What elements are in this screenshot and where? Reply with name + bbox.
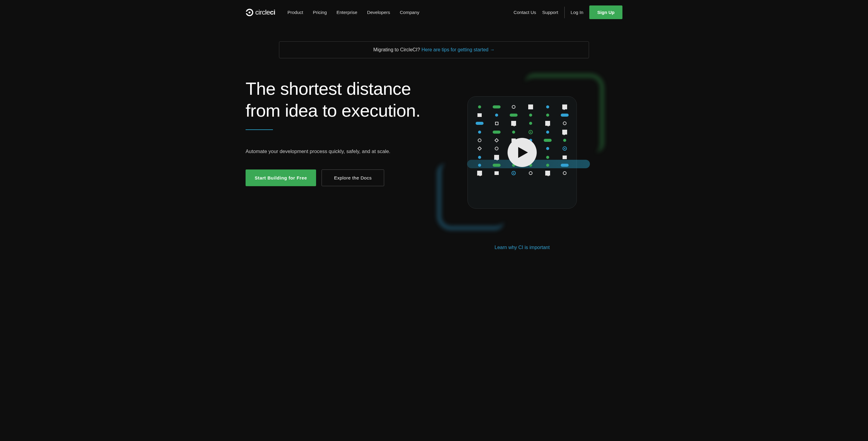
nav-developers[interactable]: Developers <box>367 10 390 15</box>
nav-enterprise[interactable]: Enterprise <box>336 10 357 15</box>
glyph-icon <box>546 105 549 108</box>
glyph-icon <box>478 131 481 134</box>
banner-link[interactable]: Here are tips for getting started <box>422 47 495 52</box>
migration-banner: Migrating to CircleCI? Here are tips for… <box>279 41 589 58</box>
glyph-icon: } <box>562 130 567 135</box>
svg-point-1 <box>249 11 250 13</box>
video-tile[interactable]: != } { { <box>467 96 577 209</box>
glyph-icon <box>493 131 501 134</box>
glyph-icon <box>478 156 481 159</box>
glyph-icon <box>478 164 481 167</box>
glyph-icon <box>495 113 498 116</box>
hero-underline <box>246 129 273 130</box>
explore-docs-button[interactable]: Explore the Docs <box>321 169 384 186</box>
signup-button[interactable]: Sign Up <box>589 5 622 19</box>
glyph-icon <box>512 171 516 175</box>
glyph-icon <box>529 122 532 125</box>
glyph-icon <box>563 139 566 142</box>
glyph-icon <box>510 113 518 116</box>
glyph-icon <box>546 113 549 116</box>
glyph-icon <box>512 105 516 109</box>
logo[interactable]: circleci <box>246 8 275 16</box>
glyph-icon <box>563 146 567 150</box>
glyph-icon <box>478 138 482 142</box>
nav-primary: Product Pricing Enterprise Developers Co… <box>287 10 420 15</box>
glyph-icon <box>478 105 481 108</box>
glyph-icon <box>529 171 532 175</box>
nav-company[interactable]: Company <box>400 10 420 15</box>
start-building-button[interactable]: Start Building for Free <box>246 169 316 186</box>
svg-rect-2 <box>246 11 247 13</box>
glyph-icon: { <box>545 171 550 175</box>
glyph-icon: } <box>562 104 567 109</box>
glyph-icon <box>563 156 567 159</box>
play-icon <box>518 147 528 158</box>
nav-pricing[interactable]: Pricing <box>313 10 327 15</box>
glyph-icon <box>476 122 484 125</box>
glyph-icon: { <box>477 171 482 175</box>
glyph-icon <box>495 147 498 150</box>
glyph-icon <box>546 131 549 134</box>
hero-title: The shortest distance from idea to execu… <box>246 78 434 122</box>
svg-marker-3 <box>518 147 528 158</box>
glyph-icon <box>529 113 532 116</box>
glyph-icon <box>544 139 552 142</box>
learn-why-link[interactable]: Learn why CI is important <box>494 245 550 250</box>
play-button[interactable] <box>507 138 537 167</box>
glyph-icon: != <box>528 104 533 109</box>
glyph-icon: { <box>511 121 516 126</box>
glyph-icon <box>561 113 569 116</box>
glyph-icon <box>493 164 501 167</box>
glyph-icon <box>512 131 515 134</box>
glyph-icon <box>494 171 499 175</box>
nav-contact[interactable]: Contact Us <box>514 10 536 15</box>
glyph-icon <box>546 164 549 167</box>
glyph-icon <box>546 147 549 150</box>
nav-divider <box>564 7 565 18</box>
glyph-icon <box>563 122 566 125</box>
glyph-icon <box>546 156 549 159</box>
glyph-icon <box>563 171 566 175</box>
nav-support[interactable]: Support <box>542 10 558 15</box>
glyph-icon <box>529 130 533 134</box>
glyph-icon: { <box>545 121 550 126</box>
glyph-icon <box>493 105 501 108</box>
glyph-icon <box>561 164 569 167</box>
glyph-icon <box>494 138 499 142</box>
glyph-icon <box>495 122 498 125</box>
nav-login[interactable]: Log In <box>571 10 584 15</box>
glyph-icon <box>477 113 482 117</box>
nav-product[interactable]: Product <box>287 10 303 15</box>
logo-icon <box>246 8 253 16</box>
banner-lead: Migrating to CircleCI? <box>373 47 421 52</box>
glyph-icon: { <box>494 155 499 160</box>
brand-text: circleci <box>255 8 275 16</box>
glyph-icon <box>477 146 482 150</box>
hero-description: Automate your development process quickl… <box>246 147 416 156</box>
